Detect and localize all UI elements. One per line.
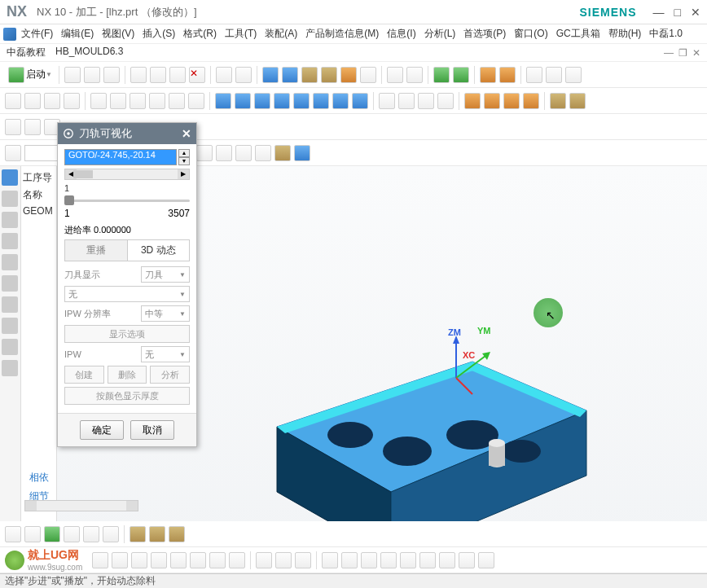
tab-dependency[interactable]: 相依: [24, 469, 54, 486]
sidebar-nav-9[interactable]: [2, 339, 18, 355]
tool-sel1[interactable]: [5, 145, 21, 161]
menu-edit[interactable]: 编辑(E): [58, 25, 97, 42]
tool-j2[interactable]: [569, 93, 586, 109]
sidebar-nav-10[interactable]: [2, 360, 18, 376]
goto-up-button[interactable]: ▲: [178, 149, 190, 157]
close-button[interactable]: ✕: [691, 6, 700, 19]
tool-i1[interactable]: [464, 93, 481, 109]
ctool-2[interactable]: [112, 552, 128, 568]
tool-rect[interactable]: [360, 67, 376, 83]
scroll-thumb[interactable]: [73, 170, 93, 178]
tool-a2[interactable]: [406, 67, 423, 83]
ctool-4[interactable]: [151, 552, 167, 568]
menu-view[interactable]: 视图(V): [99, 25, 138, 42]
btool-4[interactable]: [64, 526, 80, 542]
tool-g7[interactable]: [332, 93, 349, 109]
sidebar-nav-3[interactable]: [2, 212, 18, 228]
sidebar-nav-7[interactable]: [2, 296, 18, 313]
ctool-7[interactable]: [209, 552, 226, 568]
frame-slider-thumb[interactable]: [64, 195, 74, 205]
ctool-14[interactable]: [361, 552, 377, 568]
color-thickness-button[interactable]: 按颜色显示厚度: [64, 387, 190, 405]
submenu-tutorial[interactable]: 中磊教程: [7, 46, 46, 59]
goto-input[interactable]: GOTO/-24.745,-20.14: [64, 149, 177, 165]
goto-scrollbar[interactable]: ◀ ▶: [64, 169, 190, 180]
display-options-button[interactable]: 显示选项: [64, 325, 190, 343]
ctool-12[interactable]: [322, 552, 338, 568]
tool-snap4[interactable]: [216, 145, 232, 161]
tool-b2[interactable]: [453, 67, 469, 83]
tool-i4[interactable]: [523, 93, 539, 109]
tool-e1[interactable]: [5, 93, 21, 109]
menu-insert[interactable]: 插入(S): [139, 25, 178, 42]
btool-8[interactable]: [149, 526, 165, 542]
tool-g1[interactable]: [215, 93, 231, 109]
btool-6[interactable]: [103, 526, 119, 542]
tool-new[interactable]: [64, 67, 81, 83]
btool-5[interactable]: [83, 526, 99, 542]
tree-root-node[interactable]: GEOM: [23, 204, 55, 218]
sidebar-nav-operation[interactable]: [2, 169, 18, 186]
ipw-resolution-select[interactable]: 中等: [141, 305, 190, 322]
sidebar-nav-6[interactable]: [2, 275, 18, 292]
menu-file[interactable]: 文件(F): [18, 25, 56, 42]
ctool-18[interactable]: [439, 552, 455, 568]
menu-tools[interactable]: 工具(T): [222, 25, 260, 42]
btool-7[interactable]: [130, 526, 146, 542]
tool-cube2[interactable]: [321, 67, 337, 83]
tool-delete[interactable]: ✕: [189, 67, 205, 83]
tool-d2[interactable]: [546, 67, 562, 83]
btool-2[interactable]: [24, 526, 41, 542]
tool-f2[interactable]: [110, 93, 126, 109]
tree-horizontal-scroll[interactable]: [24, 500, 138, 511]
tool-open[interactable]: [84, 67, 100, 83]
menu-gctoolbox[interactable]: GC工具箱: [553, 25, 604, 42]
submenu-hbmould[interactable]: HB_MOULD6.3: [55, 46, 123, 59]
tool-f3[interactable]: [130, 93, 146, 109]
tool-g2[interactable]: [235, 93, 251, 109]
btool-1[interactable]: [5, 526, 21, 542]
scroll-right-button[interactable]: ▶: [178, 169, 189, 179]
tool-e3[interactable]: [44, 93, 60, 109]
tool-i3[interactable]: [503, 93, 520, 109]
frame-slider[interactable]: [64, 193, 190, 208]
tool-view2[interactable]: [282, 67, 298, 83]
tool-g5[interactable]: [293, 93, 310, 109]
menu-analysis[interactable]: 分析(L): [421, 25, 459, 42]
ctool-1[interactable]: [92, 552, 108, 568]
btool-9[interactable]: [169, 526, 185, 542]
dialog-close-button[interactable]: ✕: [182, 127, 191, 140]
tool-folder[interactable]: [340, 67, 357, 83]
tool-d3[interactable]: [565, 67, 582, 83]
tool-snap8[interactable]: [294, 145, 310, 161]
ctool-13[interactable]: [341, 552, 358, 568]
tab-3d-dynamic[interactable]: 3D 动态: [128, 240, 190, 261]
ctool-17[interactable]: [419, 552, 436, 568]
app-icon[interactable]: [3, 28, 16, 41]
tool-a1[interactable]: [387, 67, 403, 83]
tool-cube1[interactable]: [301, 67, 318, 83]
sub-close-icon[interactable]: ✕: [692, 47, 700, 59]
tool-snap3[interactable]: [196, 145, 213, 161]
menu-help[interactable]: 帮助(H): [605, 25, 645, 42]
ctool-3[interactable]: [131, 552, 147, 568]
tool-snap5[interactable]: [235, 145, 252, 161]
tool-j1[interactable]: [550, 93, 566, 109]
tool-undo[interactable]: [216, 67, 232, 83]
tool-h2[interactable]: [398, 93, 415, 109]
ipw-select[interactable]: 无: [141, 346, 190, 362]
tool-copy[interactable]: [150, 67, 166, 83]
tool-redo[interactable]: [235, 67, 252, 83]
sub-minimize-icon[interactable]: —: [664, 47, 674, 59]
tool-e4[interactable]: [64, 93, 80, 109]
ctool-6[interactable]: [190, 552, 206, 568]
tool-snap7[interactable]: [274, 145, 291, 161]
ok-button[interactable]: 确定: [80, 420, 124, 440]
ctool-20[interactable]: [478, 552, 494, 568]
tool-c1[interactable]: [480, 67, 496, 83]
analyze-button[interactable]: 分析: [150, 366, 190, 384]
menu-pmi[interactable]: 产品制造信息(M): [302, 25, 382, 42]
ctool-16[interactable]: [400, 552, 416, 568]
tool-f4[interactable]: [149, 93, 165, 109]
menu-assembly[interactable]: 装配(A): [261, 25, 301, 42]
